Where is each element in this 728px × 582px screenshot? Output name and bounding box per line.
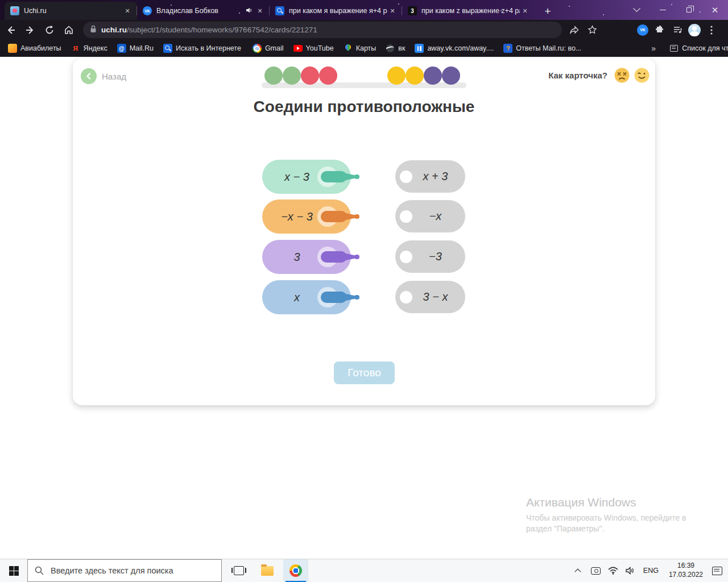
bookmark-gmail[interactable]: Gmail: [253, 44, 284, 53]
uchi-favicon-icon: [10, 6, 19, 15]
right-pill-3-minus-x[interactable]: 3 − x: [395, 281, 465, 313]
done-button[interactable]: Готово: [334, 361, 395, 384]
left-pill-neg-x-minus-3[interactable]: −x − 3: [262, 199, 351, 234]
progress-dot: [387, 66, 406, 85]
address-bar[interactable]: uchi.ru/subject/1/students/homeworks/976…: [83, 22, 562, 38]
tab-uchi[interactable]: Uchi.ru ✕: [5, 2, 137, 20]
right-pill-neg-x[interactable]: −x: [395, 200, 465, 232]
tab-close-icon[interactable]: ✕: [122, 6, 133, 16]
tab-search-z[interactable]: 3 при каком z выражение z+4 ра ✕: [402, 2, 535, 20]
bookmark-label: Gmail: [265, 44, 284, 52]
back-label: Назад: [102, 72, 126, 81]
page-content: Назад Как карточка?: [0, 57, 728, 559]
language-indicator[interactable]: ENG: [640, 567, 662, 575]
bookmark-aviasales[interactable]: Авиабилеты: [8, 44, 61, 53]
feedback-label: Как карточка?: [548, 70, 607, 80]
task-view-button[interactable]: [226, 559, 251, 582]
menu-kebab-icon[interactable]: [704, 23, 719, 38]
share-icon[interactable]: [566, 23, 581, 38]
back-nav-icon[interactable]: [2, 22, 19, 39]
tab-audio-icon[interactable]: [246, 7, 253, 15]
tab-close-icon[interactable]: ✕: [387, 6, 398, 16]
url-path: /subject/1/students/homeworks/97667542/c…: [127, 26, 317, 34]
reading-list-icon: [670, 45, 678, 52]
match-row: −x − 3 −x: [262, 199, 465, 234]
new-tab-button[interactable]: +: [539, 3, 556, 20]
back-button[interactable]: Назад: [81, 68, 126, 84]
connector-tipdot: [354, 295, 359, 300]
bookmark-star-icon[interactable]: [585, 23, 599, 38]
vk-extension-icon[interactable]: VK: [637, 24, 648, 36]
left-pill-label: −x − 3: [281, 210, 313, 223]
forward-nav-icon[interactable]: [22, 22, 39, 39]
minimize-button[interactable]: [650, 0, 676, 20]
extensions-puzzle-icon[interactable]: [652, 23, 667, 38]
bookmark-label: Mail.Ru: [130, 44, 154, 52]
meet-now-icon[interactable]: [589, 559, 603, 582]
tab-title: Владислав Бобков: [156, 7, 246, 15]
socket-circle: [400, 251, 412, 263]
bookmark-websearch[interactable]: Искать в Интернете: [163, 44, 241, 53]
bookmark-youtube[interactable]: YouTube: [293, 44, 334, 53]
start-button[interactable]: [0, 559, 27, 582]
tray-expand-chevron[interactable]: [572, 559, 586, 582]
connector-halo: [317, 287, 338, 307]
progress-dot: [406, 66, 424, 85]
volume-icon[interactable]: [623, 559, 638, 582]
right-pill-neg-3[interactable]: −3: [395, 240, 465, 273]
left-pill-x-minus-3[interactable]: x − 3: [262, 160, 351, 194]
progress-dot: [442, 66, 460, 85]
playlist-icon[interactable]: [670, 23, 685, 38]
progress-dot: [424, 66, 442, 85]
globe-icon: [386, 44, 394, 52]
search-icon: [35, 566, 44, 575]
socket-circle: [400, 291, 412, 304]
windows-activation-watermark: Активация Windows Чтобы активировать Win…: [526, 496, 708, 534]
sad-emoji-button[interactable]: [614, 68, 630, 83]
action-center-button[interactable]: [710, 559, 725, 582]
clock[interactable]: 16:39 17.03.2022: [664, 562, 708, 579]
exercise-card: Назад Как карточка?: [73, 58, 655, 405]
connector-handle[interactable]: [262, 280, 362, 314]
taskbar-search-input[interactable]: Введите здесь текст для поиска: [27, 559, 222, 582]
reading-list-button[interactable]: Список для чтения: [669, 44, 728, 53]
bookmark-vk[interactable]: вк: [386, 44, 405, 53]
progress-dot: [319, 66, 337, 85]
profile-avatar[interactable]: [688, 24, 701, 36]
restore-button[interactable]: [676, 0, 702, 20]
happy-emoji-button[interactable]: [634, 68, 650, 83]
page-title: Соедини противоположные: [73, 98, 655, 116]
connector-tipdot: [354, 214, 359, 219]
bookmark-otvety[interactable]: ?Ответы Mail.ru: во...: [503, 44, 581, 53]
bookmark-mailru[interactable]: @Mail.Ru: [117, 44, 154, 53]
tab-close-icon[interactable]: ✕: [520, 6, 530, 16]
lock-icon: [90, 25, 97, 35]
left-pill-x[interactable]: x: [262, 280, 351, 314]
bookmark-yandex[interactable]: ЯЯндекс: [71, 44, 107, 53]
three-favicon-icon: 3: [408, 6, 417, 15]
system-tray: ENG 16:39 17.03.2022: [572, 559, 728, 582]
left-pill-3[interactable]: 3: [262, 240, 351, 274]
connector-handle[interactable]: [262, 160, 362, 194]
wifi-icon[interactable]: [606, 559, 621, 582]
tab-vk[interactable]: VK Владислав Бобков ✕: [137, 2, 270, 20]
task-view-icon: [234, 566, 244, 575]
bookmark-maps[interactable]: Карты: [344, 44, 377, 53]
tab-close-icon[interactable]: ✕: [255, 6, 265, 16]
bookmark-away-vk[interactable]: away.vk.com/away....: [415, 44, 494, 53]
youtube-icon: [293, 45, 303, 52]
bookmarks-overflow-chevron[interactable]: »: [651, 44, 656, 53]
tab-search-dropdown-button[interactable]: [623, 0, 650, 20]
close-window-button[interactable]: ✕: [702, 0, 728, 20]
action-center-icon: [712, 567, 722, 575]
reload-icon[interactable]: [41, 22, 58, 39]
chrome-taskbar-button[interactable]: [283, 559, 308, 582]
left-pill-label: 3: [293, 251, 300, 264]
home-icon[interactable]: [60, 22, 77, 39]
window-controls: ✕: [623, 0, 728, 20]
gmail-icon: [253, 44, 262, 53]
tab-search-ya[interactable]: при каком я выражение я+4 ра ✕: [270, 2, 402, 20]
file-explorer-button[interactable]: [255, 559, 280, 582]
connector-handle[interactable]: [262, 240, 362, 274]
right-pill-x-plus-3[interactable]: x + 3: [395, 160, 465, 193]
